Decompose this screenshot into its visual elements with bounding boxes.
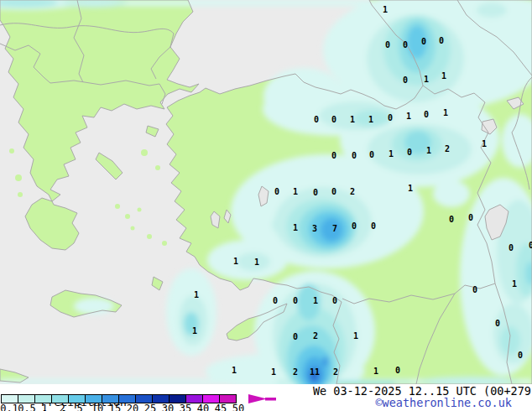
- grid-value: 1: [482, 139, 487, 148]
- grid-value: 0: [274, 187, 279, 196]
- grid-value: 0: [313, 188, 318, 197]
- grid-value: 0: [352, 221, 357, 231]
- grid-value: 0: [331, 115, 336, 124]
- legend-tick: 15: [109, 403, 121, 411]
- legend-tick: 0.5: [18, 403, 36, 411]
- grid-value: 0: [332, 296, 337, 305]
- grid-value: 0: [529, 241, 532, 250]
- grid-value: 1: [353, 331, 358, 341]
- legend-tick: 5: [76, 403, 82, 411]
- grid-value: 1: [408, 184, 413, 193]
- grid-value: 1: [383, 5, 388, 14]
- grid-value: 3: [312, 224, 317, 233]
- grid-value: 0: [314, 115, 319, 124]
- grid-value: 0: [385, 40, 390, 49]
- grid-value: 0: [407, 148, 412, 157]
- grid-value: 1: [443, 108, 448, 117]
- grid-value: 0: [421, 37, 426, 46]
- grid-value: 0: [495, 319, 500, 328]
- legend-tick: 30: [162, 403, 174, 411]
- copyright-link[interactable]: ©weatheronline.co.uk: [375, 396, 512, 409]
- grid-value: 0: [472, 285, 477, 294]
- legend-strip: Precipitation [mm] GFS 0.25 0.10.5125101…: [0, 384, 532, 411]
- grid-value: 1: [426, 146, 431, 155]
- grid-value: 0: [273, 296, 278, 305]
- legend-tick: 1: [41, 403, 47, 411]
- legend-tick: 40: [197, 403, 209, 411]
- legend-tick: 10: [91, 403, 103, 411]
- legend-tick: 50: [232, 403, 244, 411]
- grid-value: 1: [293, 223, 298, 232]
- grid-value: 2: [333, 367, 338, 377]
- grid-value: 0: [439, 36, 444, 45]
- grid-value: 1: [512, 279, 517, 289]
- grid-value: 0: [509, 243, 514, 252]
- grid-value: 1: [373, 367, 378, 376]
- grid-value: 0: [403, 40, 408, 49]
- grid-value: 1: [194, 290, 199, 299]
- grid-value: 0: [518, 351, 523, 360]
- grid-value: 0: [331, 187, 336, 196]
- grid-value: 1: [389, 149, 394, 159]
- grid-value: 1: [368, 115, 373, 124]
- grid-value: 11: [310, 367, 320, 377]
- grid-value: 2: [293, 367, 298, 377]
- legend-tick: 20: [127, 403, 138, 411]
- grid-value: 1: [254, 258, 259, 267]
- grid-value: 1: [424, 75, 429, 84]
- grid-value: 1: [350, 115, 355, 124]
- grid-value: 1: [192, 326, 197, 336]
- grid-value: 2: [445, 144, 450, 153]
- grid-value: 0: [371, 221, 376, 231]
- grid-value: 0: [424, 110, 429, 119]
- weather-map-page: 1000001100110101000101210100211370000110…: [0, 0, 532, 411]
- grid-value: 0: [388, 113, 393, 122]
- map-area: 1000001100110101000101210100211370000110…: [0, 0, 532, 384]
- grid-value: 0: [449, 215, 454, 224]
- grid-value: 2: [313, 331, 318, 341]
- precipitation-map: 1000001100110101000101210100211370000110…: [0, 0, 532, 384]
- grid-value: 0: [468, 213, 473, 222]
- grid-value: 1: [441, 71, 446, 81]
- grid-value: 7: [332, 224, 337, 233]
- grid-value: 1: [233, 257, 238, 266]
- grid-value: 0: [352, 151, 357, 160]
- grid-value: 0: [293, 296, 298, 305]
- legend-tick: 25: [144, 403, 156, 411]
- legend-tick: 2: [59, 403, 65, 411]
- legend-tick: 45: [215, 403, 227, 411]
- grid-value: 1: [293, 187, 298, 196]
- grid-value: 2: [350, 187, 355, 196]
- legend-tick: 0.1: [0, 403, 18, 411]
- grid-value: 0: [293, 332, 298, 341]
- legend-tick: 35: [180, 403, 191, 411]
- grid-value: 1: [313, 296, 318, 305]
- grid-value: 1: [232, 366, 237, 375]
- grid-value: 0: [369, 150, 374, 159]
- grid-value: 0: [395, 366, 400, 375]
- grid-value: 1: [406, 112, 411, 121]
- grid-value: 1: [271, 367, 276, 377]
- grid-value: 0: [331, 151, 336, 160]
- grid-value: 0: [403, 75, 408, 85]
